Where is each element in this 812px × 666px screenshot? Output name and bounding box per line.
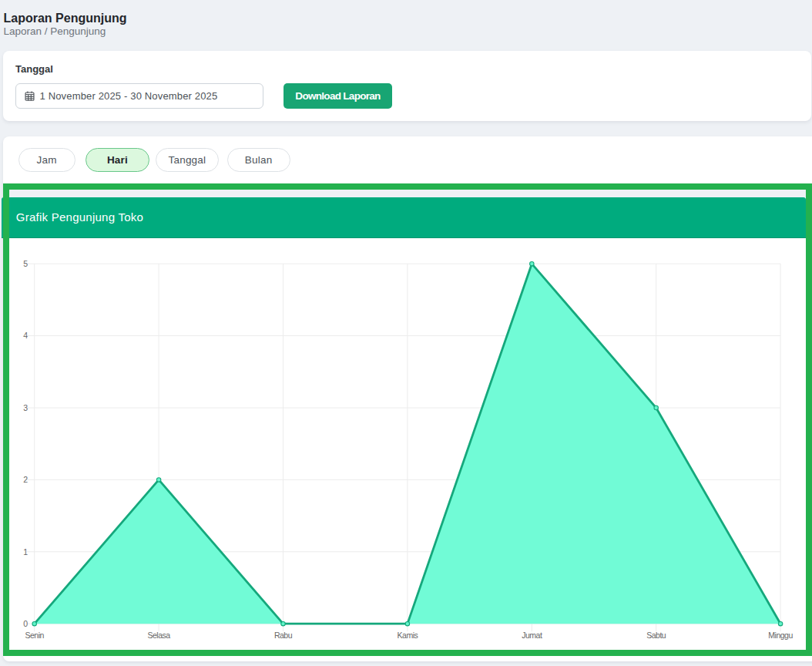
svg-text:4: 4: [23, 331, 28, 340]
svg-text:5: 5: [23, 259, 28, 268]
svg-text:Kamis: Kamis: [397, 631, 418, 640]
svg-text:Rabu: Rabu: [274, 631, 293, 640]
svg-text:1: 1: [23, 547, 28, 557]
svg-text:Minggu: Minggu: [768, 631, 793, 640]
svg-text:0: 0: [23, 619, 28, 628]
svg-text:Sabtu: Sabtu: [646, 631, 666, 640]
svg-text:3: 3: [23, 403, 28, 412]
svg-text:Jumat: Jumat: [522, 631, 542, 640]
svg-text:2: 2: [23, 475, 28, 484]
svg-text:Senin: Senin: [25, 631, 44, 640]
svg-text:Selasa: Selasa: [147, 631, 170, 640]
